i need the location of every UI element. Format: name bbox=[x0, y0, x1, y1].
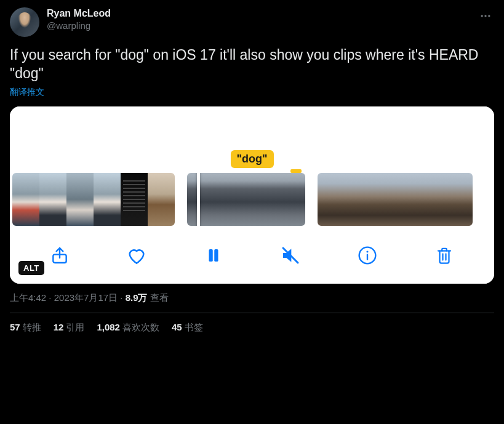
clip-thumbnail bbox=[246, 173, 276, 226]
author-names[interactable]: Ryan McLeod @warpling bbox=[47, 7, 470, 32]
tweet-container: Ryan McLeod @warpling If you search for … bbox=[0, 0, 504, 341]
clip-thumbnail bbox=[395, 173, 421, 226]
stat-retweets[interactable]: 57转推 bbox=[10, 322, 41, 334]
pause-icon[interactable] bbox=[201, 243, 226, 268]
tweet-time[interactable]: 上午4:42 bbox=[10, 292, 46, 303]
stat-likes[interactable]: 1,082喜欢次数 bbox=[97, 322, 159, 334]
handle: @warpling bbox=[47, 20, 470, 32]
share-icon[interactable] bbox=[47, 243, 72, 268]
svg-rect-5 bbox=[214, 249, 218, 262]
divider bbox=[10, 313, 494, 313]
clip-thumbnail bbox=[94, 173, 121, 226]
media-toolbar bbox=[10, 230, 494, 284]
clip-thumbnail bbox=[343, 173, 369, 226]
clip-thumbnail bbox=[447, 173, 473, 226]
svg-point-1 bbox=[484, 15, 486, 17]
search-term-badge: "dog" bbox=[230, 150, 273, 168]
clip-thumbnail bbox=[148, 173, 175, 226]
clip-thumbnail bbox=[276, 173, 305, 226]
clip-thumbnail bbox=[421, 173, 447, 226]
stat-bookmarks[interactable]: 45书签 bbox=[172, 322, 203, 334]
tweet-text: If you search for "dog" on iOS 17 it'll … bbox=[10, 46, 494, 82]
views-label: 查看 bbox=[150, 292, 169, 303]
tweet-header: Ryan McLeod @warpling bbox=[10, 7, 494, 37]
svg-rect-4 bbox=[209, 249, 212, 262]
clip-thumbnail bbox=[369, 173, 395, 226]
tweet-date[interactable]: 2023年7月17日 bbox=[54, 292, 118, 303]
tweet-stats: 57转推 12引用 1,082喜欢次数 45书签 bbox=[10, 322, 494, 334]
clip-thumbnail bbox=[121, 173, 148, 226]
stat-quotes[interactable]: 12引用 bbox=[54, 322, 85, 334]
clip-thumbnail bbox=[187, 173, 217, 226]
clip-thumbnail bbox=[217, 173, 246, 226]
translate-link[interactable]: 翻译推文 bbox=[10, 87, 44, 98]
mute-icon[interactable] bbox=[278, 243, 303, 268]
clip-group[interactable] bbox=[12, 173, 175, 226]
display-name: Ryan McLeod bbox=[47, 7, 470, 20]
clip-group[interactable] bbox=[318, 173, 473, 226]
clip-thumbnail bbox=[39, 173, 66, 226]
media-top-area: "dog" bbox=[10, 106, 494, 173]
svg-point-0 bbox=[481, 15, 483, 17]
video-timeline[interactable] bbox=[10, 173, 494, 230]
info-icon[interactable] bbox=[355, 243, 380, 268]
views-count: 8.9万 bbox=[126, 292, 148, 303]
avatar[interactable] bbox=[10, 7, 39, 37]
tweet-meta: 上午4:42 · 2023年7月17日 · 8.9万 查看 bbox=[10, 292, 494, 304]
alt-badge[interactable]: ALT bbox=[18, 261, 44, 275]
clip-thumbnail bbox=[318, 173, 343, 226]
clip-thumbnail bbox=[66, 173, 94, 226]
svg-point-9 bbox=[367, 250, 369, 252]
clip-group-active[interactable] bbox=[187, 173, 305, 226]
media-card[interactable]: "dog" bbox=[10, 106, 494, 284]
more-icon[interactable] bbox=[477, 7, 494, 25]
trash-icon[interactable] bbox=[432, 243, 457, 268]
svg-point-2 bbox=[488, 15, 490, 17]
heart-icon[interactable] bbox=[124, 243, 149, 268]
clip-thumbnail bbox=[12, 173, 39, 226]
